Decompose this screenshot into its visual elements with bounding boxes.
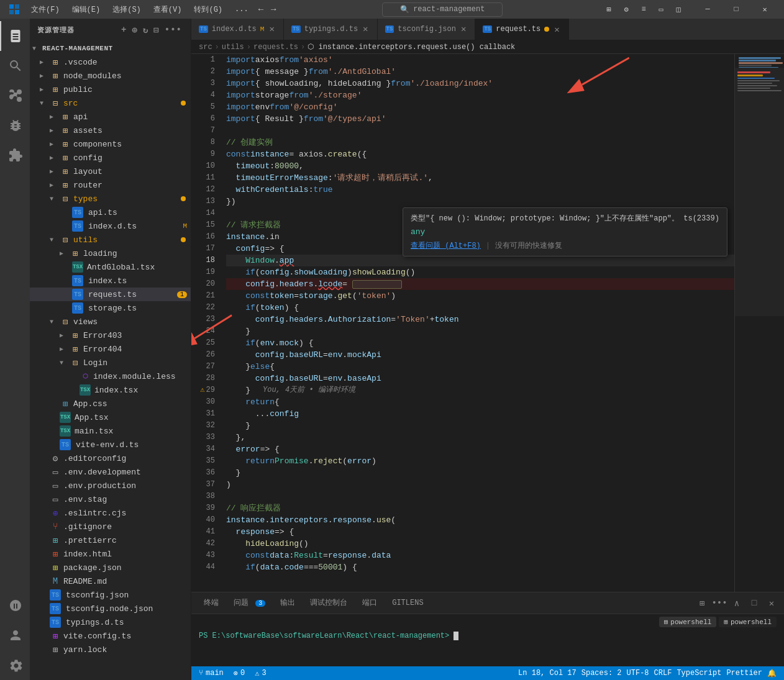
tree-item-package-json[interactable]: ▶ ⊞ package.json [30,561,191,574]
new-file-icon[interactable]: + [120,24,128,37]
warnings-status[interactable]: ⚠ 3 [252,669,268,678]
tab-index-d-ts[interactable]: TS index.d.ts M ✕ [191,19,284,40]
panel-maximize-icon[interactable]: □ [747,596,762,610]
menu-edit[interactable]: 编辑(E) [67,2,106,17]
layout-icon[interactable]: ⚙ [619,2,634,17]
activity-explorer[interactable] [0,21,30,51]
tree-item-api[interactable]: ▶ ⊞ api [30,110,191,124]
panel-collapse-icon[interactable]: ∧ [729,596,744,610]
tree-item-editorconfig[interactable]: ▶ ⚙ .editorconfig [30,451,191,465]
activity-extensions[interactable] [0,140,30,170]
customize-icon[interactable]: ≡ [636,2,651,17]
tree-item-components[interactable]: ▶ ⊞ components [30,137,191,151]
language-mode[interactable]: TypeScript [674,669,724,678]
tree-item-vite-config[interactable]: ▶ ⊞ vite.config.ts [30,629,191,643]
tree-item-layout[interactable]: ▶ ⊞ layout [30,165,191,178]
panel-tab-problems[interactable]: 问题 3 [226,592,273,614]
tab-close-icon[interactable]: ✕ [268,24,275,34]
tab-request-ts[interactable]: TS request.ts ✕ [475,19,568,40]
tree-item-eslintrc[interactable]: ▶ ⊕ .eslintrc.cjs [30,506,191,520]
line-ending[interactable]: CRLF [652,669,675,678]
tree-item-gitignore[interactable]: ▶ ⑂ .gitignore [30,520,191,533]
tree-item-src[interactable]: ▼ ⊟ src [30,96,191,110]
activity-settings[interactable] [0,650,30,680]
activity-debug[interactable] [0,111,30,140]
git-branch-status[interactable]: ⑂ main [196,669,226,678]
tree-item-app-css[interactable]: ▶ ⊞ App.css [30,397,191,410]
tab-close-icon[interactable]: ✕ [553,24,560,35]
tree-item-vite-env[interactable]: ▶ TS vite-env.d.ts [30,438,191,451]
encoding[interactable]: UTF-8 [624,669,652,678]
win-minimize[interactable]: — [693,0,722,19]
tree-item-tsconfig[interactable]: ▶ TS tsconfig.json [30,588,191,602]
win-close[interactable]: ✕ [750,0,779,19]
menu-view[interactable]: 查看(V) [148,2,187,17]
panel-split-icon[interactable]: ⊞ [695,596,709,610]
activity-git[interactable] [0,81,30,111]
tree-item-config[interactable]: ▶ ⊞ config [30,151,191,165]
tree-item-public[interactable]: ▶ ⊞ public [30,83,191,96]
panel-tab-gitlens[interactable]: GITLENS [385,594,431,613]
menu-goto[interactable]: 转到(G) [189,2,227,17]
more-actions-icon[interactable]: ••• [163,24,183,37]
powershell-label-1[interactable]: ⊞powershell [659,617,717,627]
tree-item-router[interactable]: ▶ ⊞ router [30,178,191,192]
tree-item-index-d-ts[interactable]: ▶ TS index.d.ts M [30,219,191,233]
tree-item-index-html[interactable]: ▶ ⊞ index.html [30,547,191,561]
tree-item-utils-index-ts[interactable]: ▶ TS index.ts [30,274,191,288]
menu-select[interactable]: 选择(S) [107,2,146,17]
tree-item-tsconfig-node[interactable]: ▶ TS tsconfig.node.json [30,602,191,615]
tab-close-icon[interactable]: ✕ [362,24,369,34]
tree-item-error404[interactable]: ▶ ⊞ Error404 [30,342,191,356]
tree-item-api-ts[interactable]: ▶ TS api.ts [30,206,191,219]
app-logo[interactable] [5,0,24,19]
new-folder-icon[interactable]: ⊕ [130,24,139,37]
tree-item-views[interactable]: ▼ ⊟ views [30,315,191,329]
tree-item-utils[interactable]: ▼ ⊟ utils [30,233,191,247]
tree-item-node-modules[interactable]: ▶ ⊞ node_modules [30,69,191,83]
tree-item-env-dev[interactable]: ▶ ▭ .env.development [30,465,191,479]
tab-typings-d-ts[interactable]: TS typings.d.ts ✕ [284,19,378,40]
panel-close-icon[interactable]: ✕ [764,596,779,610]
breadcrumb-src[interactable]: src [199,43,212,52]
tree-item-readme[interactable]: ▶ M README.md [30,574,191,588]
nav-back[interactable]: ← [256,3,266,16]
breadcrumb-utils[interactable]: utils [222,43,244,52]
errors-status[interactable]: ⊗ 0 [231,669,247,678]
tree-item-error403[interactable]: ▶ ⊞ Error403 [30,329,191,342]
panel-more-icon[interactable]: ••• [712,596,727,610]
tree-item-module-less[interactable]: ▶ ⬡ index.module.less [30,369,191,383]
view-problem-link[interactable]: 查看问题 (Alt+F8) [411,240,481,251]
activity-account[interactable] [0,620,30,650]
tree-item-request-ts[interactable]: ▶ TS request.ts 1 [30,288,191,301]
menu-more[interactable]: ... [230,2,253,16]
tree-project-root[interactable]: ▼ REACT-MANAGEMENT [30,42,191,55]
menu-file[interactable]: 文件(F) [26,2,65,17]
refresh-icon[interactable]: ↻ [142,24,150,37]
panel-tab-output[interactable]: 输出 [273,592,303,614]
tree-item-env-stag[interactable]: ▶ ▭ .env.stag [30,492,191,506]
tree-item-yarn-lock[interactable]: ▶ ⊞ yarn.lock [30,643,191,656]
code-content[interactable]: import axios from 'axios' import { messa… [221,54,734,592]
tree-item-loading[interactable]: ▶ ⊞ loading [30,247,191,260]
panel-tab-debug-console[interactable]: 调试控制台 [303,592,355,614]
toggle-panel-icon[interactable]: ▭ [654,2,668,17]
tab-tsconfig-json[interactable]: TS tsconfig.json ✕ [378,19,476,40]
panel-tab-ports[interactable]: 端口 [355,592,385,614]
tree-item-prettierrc[interactable]: ▶ ⊞ .prettierrc [30,533,191,547]
tree-item-assets[interactable]: ▶ ⊞ assets [30,124,191,137]
tree-item-app-tsx[interactable]: ▶ TSX App.tsx [30,410,191,424]
tree-item-storage-ts[interactable]: ▶ TS storage.ts [30,301,191,315]
tree-item-env-prod[interactable]: ▶ ▭ .env.production [30,479,191,492]
nav-forward[interactable]: → [268,3,278,16]
activity-search[interactable] [0,51,30,81]
tree-item-typings[interactable]: ▶ TS typings.d.ts [30,615,191,629]
tree-item-login-index-tsx[interactable]: ▶ TSX index.tsx [30,383,191,397]
panel-tab-terminal[interactable]: 终端 [196,592,226,614]
toggle-sidebar-icon[interactable]: ◫ [671,2,686,17]
split-editor-icon[interactable]: ⊞ [601,2,616,17]
notification-icon[interactable]: 🔔 [765,669,779,678]
tree-item-login[interactable]: ▼ ⊟ Login [30,356,191,369]
spaces-indent[interactable]: Spaces: 2 [579,669,624,678]
tab-close-icon[interactable]: ✕ [460,24,467,34]
